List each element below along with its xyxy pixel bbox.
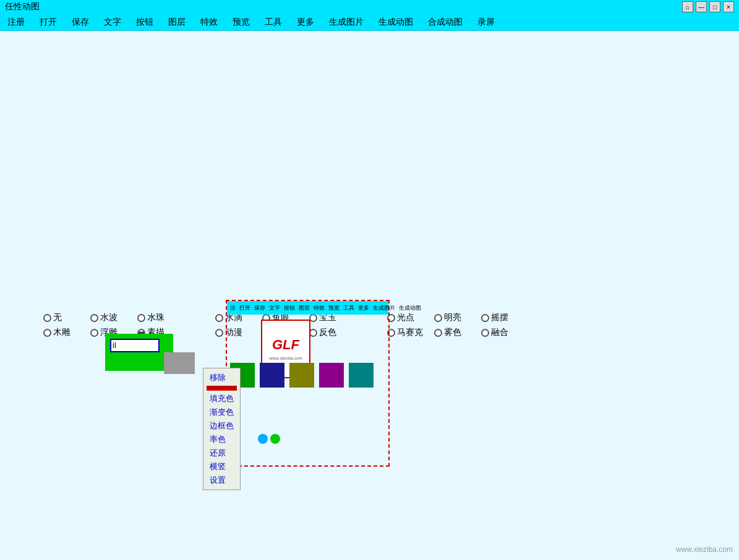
- menu-huanyuan[interactable]: 还原: [203, 446, 240, 460]
- effect-guangdian[interactable]: 光点: [387, 312, 430, 323]
- mini-toolbar: 法 打开 保存 文字 按钮 图层 特效 预览 工具 更多 生成图片 生成动图: [227, 301, 388, 315]
- radio-mudiao: [43, 329, 51, 337]
- effect-ronhe[interactable]: 融合: [481, 327, 524, 338]
- effect-shuizhu[interactable]: 水珠: [137, 312, 181, 323]
- effect-masaike[interactable]: 马赛克: [387, 327, 430, 338]
- gif-subtext: www.xleziba.com: [269, 355, 302, 361]
- mini-btn-1[interactable]: 法: [229, 304, 237, 312]
- effect-shuizhu-label: 水珠: [147, 312, 164, 323]
- text-input-box[interactable]: iI: [110, 339, 160, 352]
- mini-btn-10[interactable]: 更多: [357, 304, 370, 312]
- menu-工具[interactable]: 工具: [257, 14, 289, 30]
- swatches-container: [230, 363, 374, 388]
- color-indicator-red: [207, 386, 237, 391]
- menu-图层[interactable]: 图层: [161, 14, 193, 30]
- input-text-label: iI: [111, 340, 117, 351]
- menu-合成动图[interactable]: 合成动图: [421, 14, 470, 30]
- menu-biankuangse[interactable]: 边框色: [203, 419, 240, 433]
- restore-button[interactable]: □: [709, 1, 720, 12]
- menu-注册[interactable]: 注册: [0, 14, 32, 30]
- radio-wuse: [434, 329, 442, 337]
- radio-shuibo: [90, 314, 98, 322]
- watermark: www.xleziba.com: [676, 545, 733, 554]
- menu-保存[interactable]: 保存: [64, 14, 96, 30]
- mini-btn-7[interactable]: 特效: [312, 304, 326, 312]
- effect-ronhe-label: 融合: [491, 327, 508, 338]
- menu-按钮[interactable]: 按钮: [129, 14, 161, 30]
- effect-mingliang-label: 明亮: [444, 312, 461, 323]
- menu-tianchongse[interactable]: 填充色: [203, 392, 240, 405]
- menu-yichu[interactable]: 移除: [203, 371, 240, 384]
- effect-mudiao-label: 木雕: [53, 327, 70, 338]
- radio-shuizhu: [137, 314, 145, 322]
- effect-mingliang[interactable]: 明亮: [434, 312, 477, 323]
- menu-预览[interactable]: 预览: [225, 14, 257, 30]
- minimize-button[interactable]: —: [696, 1, 707, 12]
- home-icon[interactable]: ⌂: [682, 1, 693, 12]
- menubar: 注册打开保存文字按钮图层特效预览工具更多生成图片生成动图合成动图录屏: [0, 14, 739, 31]
- swatch-navy[interactable]: [260, 363, 284, 388]
- gray-canvas-box[interactable]: [164, 352, 195, 374]
- radio-fudiao: [90, 329, 98, 337]
- green-canvas-box[interactable]: iI: [105, 334, 173, 371]
- mini-btn-4[interactable]: 文字: [268, 304, 281, 312]
- effect-mudiao[interactable]: 木雕: [43, 327, 87, 338]
- menu-特效[interactable]: 特效: [193, 14, 225, 30]
- titlebar: 任性动图 ⌂ — □ ×: [0, 0, 739, 14]
- mini-btn-12[interactable]: 生成动图: [398, 304, 422, 312]
- effect-wuse[interactable]: 雾色: [434, 327, 477, 338]
- mini-btn-8[interactable]: 预览: [327, 304, 341, 312]
- main-area: 无 水波 水珠 水滴 鱼眼 宝玉: [0, 31, 739, 560]
- radio-mingliang: [434, 314, 442, 322]
- menu-hengzhu[interactable]: 横竖: [203, 460, 240, 473]
- radio-none: [43, 314, 51, 322]
- mini-btn-9[interactable]: 工具: [342, 304, 356, 312]
- mini-btn-3[interactable]: 保存: [253, 304, 267, 312]
- menu-更多[interactable]: 更多: [289, 14, 322, 30]
- menu-生成动图[interactable]: 生成动图: [371, 14, 421, 30]
- window-controls: ⌂ — □ ×: [682, 1, 734, 12]
- effect-guangdian-label: 光点: [397, 312, 414, 323]
- swatch-teal[interactable]: [349, 363, 374, 388]
- circle-blue[interactable]: [258, 434, 268, 444]
- effect-yaobai-label: 摇摆: [491, 312, 508, 323]
- radio-ronhe: [481, 329, 489, 337]
- app-title: 任性动图: [5, 1, 40, 12]
- radio-shuidrop: [215, 314, 223, 322]
- selection-box: 法 打开 保存 文字 按钮 图层 特效 预览 工具 更多 生成图片 生成动图 G…: [226, 300, 390, 467]
- mini-btn-5[interactable]: 按钮: [283, 304, 296, 312]
- mini-btn-2[interactable]: 打开: [238, 304, 252, 312]
- effect-shuibo-label: 水波: [100, 312, 117, 323]
- menu-生成图片[interactable]: 生成图片: [322, 14, 371, 30]
- menu-jianbse[interactable]: 渐变色: [203, 405, 240, 419]
- effect-wuse-label: 雾色: [444, 327, 461, 338]
- swatch-purple[interactable]: [319, 363, 344, 388]
- effect-masaike-label: 马赛克: [397, 327, 423, 338]
- swatch-olive[interactable]: [289, 363, 314, 388]
- close-button[interactable]: ×: [723, 1, 734, 12]
- mini-btn-11[interactable]: 生成图片: [372, 304, 396, 312]
- context-menu: 移除 填充色 渐变色 边框色 率色 还原 横竖 设置: [203, 368, 241, 490]
- menu-打开[interactable]: 打开: [32, 14, 64, 30]
- radio-yaobai: [481, 314, 489, 322]
- menu-文字[interactable]: 文字: [96, 14, 129, 30]
- menu-shezhi[interactable]: 设置: [203, 473, 240, 487]
- circles-row: [258, 434, 280, 444]
- effect-none-label: 无: [53, 312, 62, 323]
- effect-shuibo[interactable]: 水波: [90, 312, 134, 323]
- watermark-text: www.xleziba.com: [676, 545, 733, 554]
- menu-录屏[interactable]: 录屏: [470, 14, 502, 30]
- circle-green[interactable]: [270, 434, 280, 444]
- menu-luse[interactable]: 率色: [203, 433, 240, 446]
- effect-none[interactable]: 无: [43, 312, 87, 323]
- gif-label: GLF: [272, 337, 299, 353]
- effect-yaobai[interactable]: 摇摆: [481, 312, 524, 323]
- mini-btn-6[interactable]: 图层: [297, 304, 311, 312]
- radio-dongman: [215, 329, 223, 337]
